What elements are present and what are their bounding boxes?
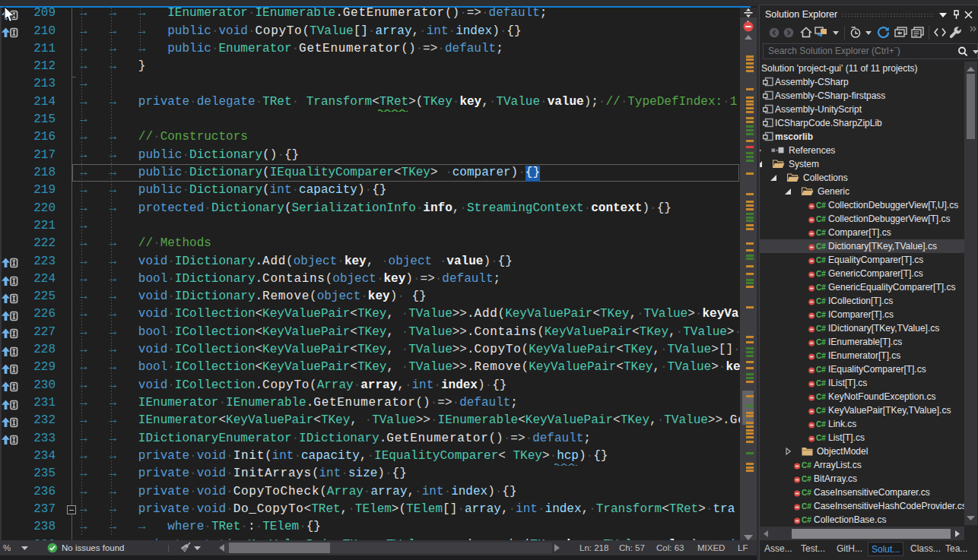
- svg-text:C#: C#: [816, 271, 826, 279]
- svg-text:C#: C#: [816, 216, 826, 224]
- svg-text:C#: C#: [816, 229, 826, 238]
- svg-text:C#: C#: [816, 421, 826, 429]
- svg-text:C#: C#: [802, 462, 811, 470]
- svg-text:C#: C#: [816, 339, 826, 347]
- svg-text:C#: C#: [816, 353, 826, 361]
- svg-text:C#: C#: [816, 298, 826, 306]
- svg-text:C#: C#: [816, 380, 826, 388]
- svg-text:C#: C#: [816, 394, 826, 402]
- svg-text:C#: C#: [816, 257, 826, 265]
- svg-text:C#: C#: [816, 243, 826, 252]
- svg-text:C#: C#: [802, 503, 811, 511]
- svg-text:C#: C#: [816, 202, 826, 210]
- svg-text:C#: C#: [816, 366, 826, 375]
- svg-text:C#: C#: [816, 325, 826, 334]
- svg-text:C#: C#: [816, 435, 826, 443]
- svg-text:C#: C#: [802, 476, 811, 484]
- svg-text:C#: C#: [816, 407, 826, 416]
- svg-text:C#: C#: [816, 312, 826, 320]
- svg-text:C#: C#: [802, 517, 811, 525]
- svg-text:C#: C#: [816, 284, 826, 293]
- svg-text:C#: C#: [802, 489, 811, 498]
